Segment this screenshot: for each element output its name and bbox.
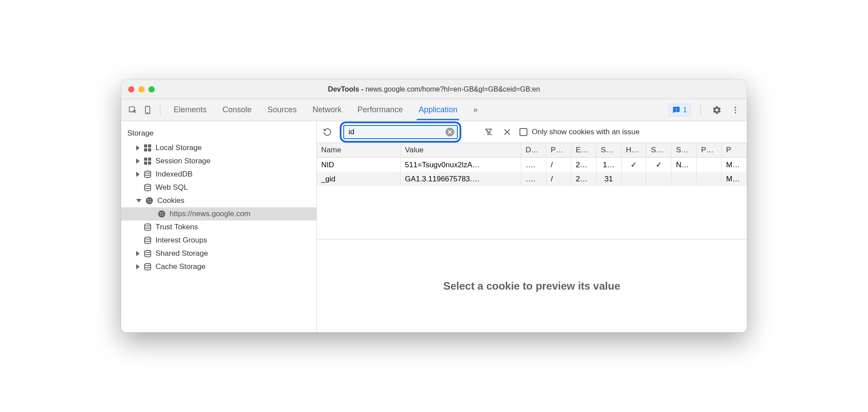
col-secure[interactable]: S… [646, 143, 671, 158]
grid-icon [143, 143, 152, 152]
cookie-icon [157, 210, 166, 218]
table-row[interactable]: NID511=Tsugv0nux2lzA……./2…1…✓✓N…M… [317, 158, 747, 173]
col-name[interactable]: Name [317, 143, 401, 158]
delete-icon[interactable] [501, 126, 513, 138]
sidebar-item-indexeddb[interactable]: IndexedDB [121, 168, 316, 181]
maximize-window-button[interactable] [148, 86, 155, 92]
col-partition[interactable]: P [722, 143, 747, 158]
cell-s: 1… [596, 158, 621, 173]
svg-point-21 [158, 210, 165, 217]
col-expires[interactable]: E… [571, 143, 596, 158]
sidebar-header: Storage [121, 125, 316, 141]
cookies-table: Name Value D… P… E… S… H… S… S… P… P [317, 143, 747, 239]
more-menu-icon[interactable] [729, 104, 742, 116]
svg-point-5 [734, 112, 736, 113]
clear-all-icon[interactable] [482, 126, 495, 138]
tab-elements[interactable]: Elements [172, 100, 208, 120]
col-value[interactable]: Value [401, 143, 521, 158]
db-icon [143, 170, 152, 179]
inspect-element-icon[interactable] [126, 104, 139, 116]
svg-point-14 [145, 171, 151, 173]
settings-icon[interactable] [711, 104, 723, 116]
window-title: DevTools - news.google.com/home?hl=en-GB… [128, 85, 740, 93]
sidebar-item-cache-storage[interactable]: Cache Storage [121, 260, 316, 273]
traffic-lights [128, 86, 155, 92]
checkbox-icon [519, 128, 527, 136]
main-panel: Only show cookies with an issue Name Val… [317, 121, 747, 332]
close-window-button[interactable] [128, 86, 134, 92]
expand-icon[interactable] [136, 264, 140, 269]
expand-icon[interactable] [136, 145, 140, 151]
minimize-window-button[interactable] [138, 86, 145, 92]
db-icon [143, 183, 152, 192]
sidebar-item-cookies[interactable]: Cookies [121, 194, 316, 207]
tab-sources[interactable]: Sources [266, 100, 298, 120]
col-samesite[interactable]: S… [671, 143, 697, 158]
svg-point-25 [160, 215, 161, 216]
cell-pp: M… [722, 158, 747, 173]
cell-ss: ✓ [646, 158, 671, 173]
tab-application[interactable]: Application [417, 100, 459, 120]
cookie-preview: Select a cookie to preview its value [317, 239, 747, 332]
expand-icon[interactable] [136, 158, 140, 164]
col-size[interactable]: S… [596, 143, 621, 158]
title-prefix: DevTools - [328, 85, 365, 93]
sidebar-item-label: https://news.google.com [170, 210, 250, 218]
col-path[interactable]: P… [546, 143, 571, 158]
tabs-overflow[interactable]: » [471, 100, 479, 120]
sidebar-item-shared-storage[interactable]: Shared Storage [121, 247, 316, 260]
expand-icon[interactable] [136, 251, 140, 256]
col-priority[interactable]: P… [697, 143, 722, 158]
panel-tabs: Elements Console Sources Network Perform… [172, 100, 666, 120]
clear-filter-icon[interactable] [445, 128, 454, 136]
cell-d: …. [521, 172, 546, 186]
svg-point-17 [148, 199, 149, 201]
svg-rect-11 [148, 158, 151, 161]
svg-point-23 [162, 212, 163, 213]
sidebar-item-trust-tokens[interactable]: Trust Tokens [121, 221, 316, 234]
sidebar-item-web-sql[interactable]: Web SQL [121, 181, 316, 194]
sidebar-item-interest-groups[interactable]: Interest Groups [121, 234, 316, 247]
cell-h [621, 172, 646, 186]
table-row[interactable]: _gidGA1.3.1196675783.……./2…31M… [317, 172, 747, 186]
col-domain[interactable]: D… [521, 143, 546, 158]
preview-empty-text: Select a cookie to preview its value [443, 280, 620, 292]
only-issues-checkbox[interactable]: Only show cookies with an issue [519, 128, 640, 136]
svg-point-18 [150, 199, 151, 200]
grid-icon [143, 157, 152, 166]
sidebar-item-local-storage[interactable]: Local Storage [121, 141, 316, 154]
svg-rect-7 [148, 144, 151, 147]
sidebar-item-label: Cache Storage [156, 262, 205, 271]
svg-rect-13 [148, 162, 151, 165]
cell-pp: M… [722, 172, 747, 186]
svg-point-28 [145, 250, 151, 253]
devtools-toolbar: Elements Console Sources Network Perform… [121, 99, 747, 121]
tab-performance[interactable]: Performance [356, 100, 404, 120]
filter-input[interactable] [343, 125, 458, 139]
cell-h: ✓ [621, 158, 646, 173]
cell-s: 31 [596, 172, 621, 186]
sidebar-item-label: Interest Groups [156, 236, 207, 245]
svg-rect-8 [144, 148, 147, 151]
title-url: news.google.com/home?hl=en-GB&gl=GB&ceid… [365, 85, 540, 93]
expand-icon[interactable] [136, 172, 140, 177]
table-header-row: Name Value D… P… E… S… H… S… S… P… P [317, 143, 747, 158]
tab-network[interactable]: Network [311, 100, 343, 120]
tab-console[interactable]: Console [221, 100, 253, 120]
issues-badge[interactable]: 1 [668, 104, 691, 116]
reload-icon[interactable] [321, 126, 334, 138]
sidebar-item-https-news-google-com[interactable]: https://news.google.com [121, 207, 316, 221]
expand-icon[interactable] [136, 199, 141, 202]
sidebar-item-label: Cookies [157, 196, 184, 205]
sidebar-item-label: Local Storage [156, 143, 202, 152]
device-toggle-icon[interactable] [141, 104, 154, 116]
devtools-window: DevTools - news.google.com/home?hl=en-GB… [121, 80, 747, 332]
svg-point-27 [145, 237, 151, 239]
sidebar-item-session-storage[interactable]: Session Storage [121, 154, 316, 168]
col-httponly[interactable]: H… [621, 143, 646, 158]
filter-input-highlight [340, 121, 461, 143]
svg-point-26 [145, 224, 151, 226]
divider [160, 105, 160, 115]
cell-name: NID [317, 158, 401, 173]
cell-p: / [546, 158, 571, 173]
